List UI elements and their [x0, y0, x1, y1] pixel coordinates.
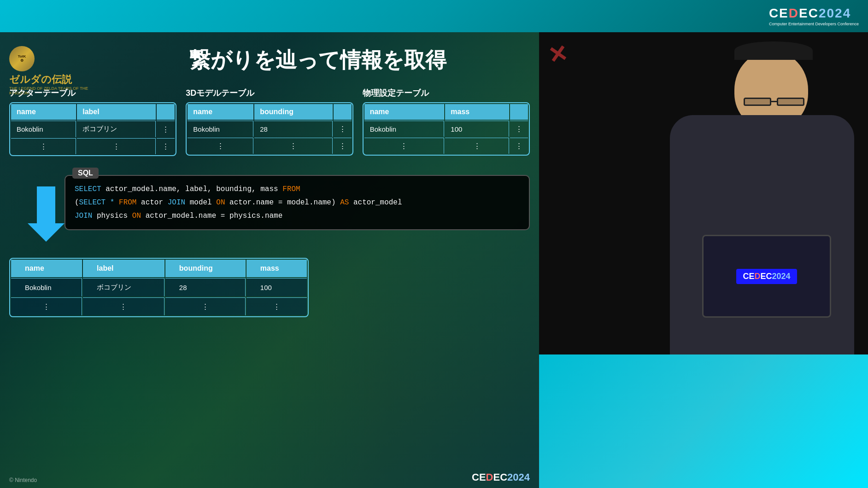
result-td-label1: ボコブリン	[83, 278, 164, 296]
actor-th-extra	[157, 104, 175, 120]
table-row: ⋮ ⋮ ⋮	[11, 138, 175, 154]
table-row: Bokoblin ボコブリン 28 100	[11, 278, 307, 296]
actor-td-name1: Bokoblin	[11, 121, 76, 137]
table-row: Bokoblin 28 ⋮	[188, 121, 351, 137]
physics-td-mass1: 100	[445, 121, 509, 137]
actor-th-label: label	[77, 104, 156, 120]
actor-td-menu2: ⋮	[157, 138, 175, 154]
bottom-bar	[539, 354, 868, 488]
model-table-group: 3Dモデルテーブル name bounding Bokoblin 28	[186, 87, 353, 156]
result-td-label2: ⋮	[83, 297, 164, 315]
cedec-logo-bottom: CEDEC2024	[472, 471, 530, 483]
person-hair	[734, 41, 813, 60]
model-th-name: name	[188, 104, 253, 120]
physics-table: name mass Bokoblin 100 ⋮ ⋮	[363, 102, 530, 156]
physics-th-name: name	[364, 104, 445, 120]
zelda-title: ゼルダの伝説	[9, 73, 101, 85]
glasses-left	[777, 98, 804, 106]
table-row: ⋮ ⋮ ⋮	[364, 138, 528, 154]
physics-td-menu2: ⋮	[510, 138, 528, 154]
result-th-bounding: bounding	[165, 260, 246, 277]
result-table-section: name label bounding mass Bokoblin ボコブリン …	[9, 258, 309, 317]
cedec-logo-top: CEDEC2024	[769, 6, 859, 21]
sql-line3: JOIN physics ON actor_model.name = physi…	[75, 209, 520, 223]
physics-th-mass: mass	[445, 104, 509, 120]
result-td-name2: ⋮	[11, 297, 82, 315]
result-td-name1: Bokoblin	[11, 278, 82, 296]
physics-td-mass2: ⋮	[445, 138, 509, 154]
result-td-mass1: 100	[246, 278, 307, 296]
x-mark: ✕	[546, 40, 569, 70]
slide-title: 繋がりを辿って情報を取得	[106, 46, 530, 75]
arrow-shaft	[37, 186, 55, 223]
arrow-head	[28, 223, 65, 242]
physics-table-title: 物理設定テーブル	[363, 87, 530, 99]
actor-td-menu1: ⋮	[157, 121, 175, 137]
top-bar: CEDEC2024 Computer Entertainment Develop…	[0, 0, 868, 32]
cedec-subtitle: Computer Entertainment Developers Confer…	[769, 22, 859, 26]
physics-table-group: 物理設定テーブル name mass Bokoblin 100 ⋮	[363, 87, 530, 156]
sql-label: SQL	[72, 168, 99, 179]
model-table: name bounding Bokoblin 28 ⋮ ⋮	[186, 102, 353, 156]
physics-td-menu1: ⋮	[510, 121, 528, 137]
actor-td-label1: ボコブリン	[77, 121, 156, 137]
actor-table-group: アクターテーブル name label Bokoblin ボコブリン	[9, 87, 176, 156]
down-arrow	[28, 186, 65, 242]
nintendo-copyright: © Nintendo	[9, 477, 37, 483]
actor-table: name label Bokoblin ボコブリン ⋮ ⋮	[9, 102, 176, 156]
model-td-name1: Bokoblin	[188, 121, 253, 137]
sql-code: SELECT actor_model.name, label, bounding…	[75, 183, 520, 222]
tables-section: アクターテーブル name label Bokoblin ボコブリン	[9, 87, 530, 156]
cedec-watermark: CEDEC2024	[736, 269, 797, 284]
table-row: Bokoblin ボコブリン ⋮	[11, 121, 175, 137]
main-layout: TotK⚙ ゼルダの伝説 THE LEGEND OF ZELDA TEARS O…	[0, 32, 868, 488]
result-td-bounding2: ⋮	[165, 297, 246, 315]
actor-td-label2: ⋮	[77, 138, 156, 154]
model-td-menu1: ⋮	[334, 121, 352, 137]
physics-td-name2: ⋮	[364, 138, 445, 154]
laptop-screen: CEDEC2024	[702, 235, 831, 318]
sql-box: SQL SELECT actor_model.name, label, boun…	[65, 175, 530, 230]
actor-th-name: name	[11, 104, 76, 120]
model-td-name2: ⋮	[188, 138, 253, 154]
result-table: name label bounding mass Bokoblin ボコブリン …	[9, 258, 309, 317]
result-th-name: name	[11, 260, 82, 277]
table-row: ⋮ ⋮ ⋮ ⋮	[11, 297, 307, 315]
actor-td-name2: ⋮	[11, 138, 76, 154]
model-td-bounding2: ⋮	[254, 138, 332, 154]
glasses-right	[744, 98, 771, 106]
result-th-mass: mass	[246, 260, 307, 277]
model-th-extra	[334, 104, 352, 120]
sql-line1: SELECT actor_model.name, label, bounding…	[75, 183, 520, 196]
model-td-bounding1: 28	[254, 121, 332, 137]
sql-line2: (SELECT * FROM actor JOIN model ON actor…	[75, 196, 520, 209]
result-td-bounding1: 28	[165, 278, 246, 296]
result-th-label: label	[83, 260, 164, 277]
table-row: Bokoblin 100 ⋮	[364, 121, 528, 137]
speaker-area: ✕ CEDEC2024	[539, 32, 868, 488]
model-td-menu2: ⋮	[334, 138, 352, 154]
model-th-bounding: bounding	[254, 104, 332, 120]
table-row: ⋮ ⋮ ⋮	[188, 138, 351, 154]
physics-td-name1: Bokoblin	[364, 121, 445, 137]
model-table-title: 3Dモデルテーブル	[186, 87, 353, 99]
actor-table-title: アクターテーブル	[9, 87, 176, 99]
result-td-mass2: ⋮	[246, 297, 307, 315]
glasses-bridge	[770, 101, 777, 102]
slide-area: TotK⚙ ゼルダの伝説 THE LEGEND OF ZELDA TEARS O…	[0, 32, 539, 488]
physics-th-extra	[510, 104, 528, 120]
zelda-badge: TotK⚙	[9, 46, 35, 71]
speaker-video: ✕ CEDEC2024	[539, 32, 868, 354]
